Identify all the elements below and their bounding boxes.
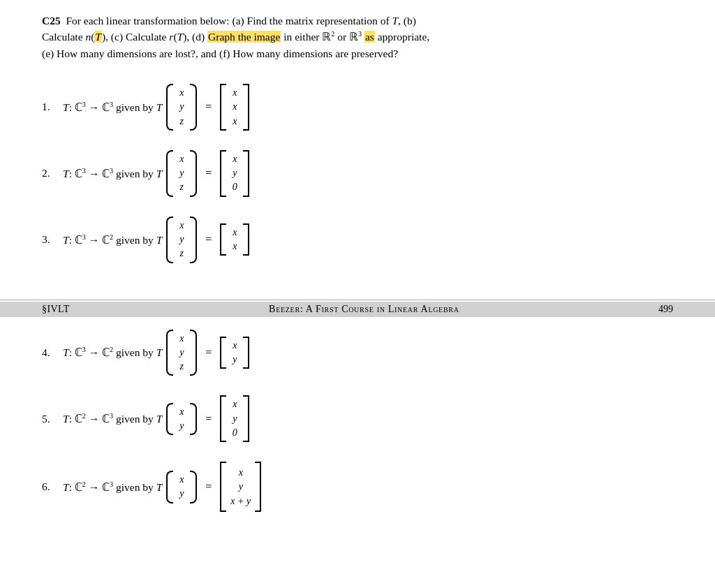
- footer-page: 499: [658, 304, 673, 315]
- problem-1-output-matrix: x x x: [220, 84, 249, 131]
- problem-3-input-matrix: x y z: [166, 216, 197, 263]
- problem-3-text: T: ℂ3 → ℂ2 given by T x y z = x x: [63, 216, 251, 263]
- page-divider: [0, 300, 715, 300]
- problem-4-row: 4. T: ℂ3 → ℂ2 given by T x y z = x y: [42, 330, 673, 376]
- problem-label: C25: [42, 15, 61, 27]
- problem-6-output-matrix: x y x + y: [220, 462, 261, 512]
- problem-5-number: 5.: [42, 413, 63, 425]
- problem-4-output-matrix: x y: [220, 337, 249, 369]
- problem-1-number: 1.: [42, 101, 63, 113]
- problem-4-number: 4.: [42, 346, 63, 359]
- highlighted-T: T: [94, 31, 102, 43]
- problems-top-section: 1. T: ℂ3 → ℂ3 given by T x y z =: [42, 70, 673, 290]
- page-bottom: 4. T: ℂ3 → ℂ2 given by T x y z = x y: [0, 317, 715, 546]
- problem-2-output-matrix: x y 0: [220, 150, 249, 197]
- problem-3-number: 3.: [42, 233, 63, 246]
- problem-6-number: 6.: [42, 480, 63, 493]
- problem-2-row: 2. T: ℂ3 → ℂ3 given by T x y z = x: [42, 150, 673, 197]
- problem-1-text: T: ℂ3 → ℂ3 given by T x y z = x: [63, 84, 251, 131]
- footer-title: Beezer: A First Course in Linear Algebra: [269, 304, 459, 315]
- problem-5-output-matrix: x y 0: [220, 395, 249, 442]
- problem-6-input-matrix: x y: [166, 471, 197, 504]
- problem-4-text: T: ℂ3 → ℂ2 given by T x y z = x y: [63, 330, 251, 376]
- problem-5-row: 5. T: ℂ2 → ℂ3 given by T x y = x y 0: [42, 395, 673, 442]
- problem-5-text: T: ℂ2 → ℂ3 given by T x y = x y 0: [63, 395, 251, 442]
- problem-3-row: 3. T: ℂ3 → ℂ2 given by T x y z = x: [42, 216, 673, 263]
- problem-2-text: T: ℂ3 → ℂ3 given by T x y z = x y: [63, 150, 251, 197]
- problem-2-number: 2.: [42, 167, 63, 179]
- problem-6-text: T: ℂ2 → ℂ3 given by T x y = x y x + y: [63, 462, 263, 512]
- problem-1-row: 1. T: ℂ3 → ℂ3 given by T x y z =: [42, 84, 673, 131]
- problem-header: C25 For each linear transformation below…: [42, 13, 673, 61]
- footer-section: §IVLT: [42, 304, 70, 315]
- problem-1-input-matrix: x y z: [166, 84, 197, 131]
- problem-2-input-matrix: x y z: [166, 150, 197, 197]
- footer-bar: §IVLT Beezer: A First Course in Linear A…: [0, 302, 715, 317]
- page-top: C25 For each linear transformation below…: [0, 0, 715, 290]
- problem-4-input-matrix: x y z: [166, 330, 197, 376]
- problem-6-row: 6. T: ℂ2 → ℂ3 given by T x y = x y x + y: [42, 462, 673, 512]
- problem-3-output-matrix: x x: [220, 223, 249, 256]
- problem-5-input-matrix: x y: [166, 403, 197, 436]
